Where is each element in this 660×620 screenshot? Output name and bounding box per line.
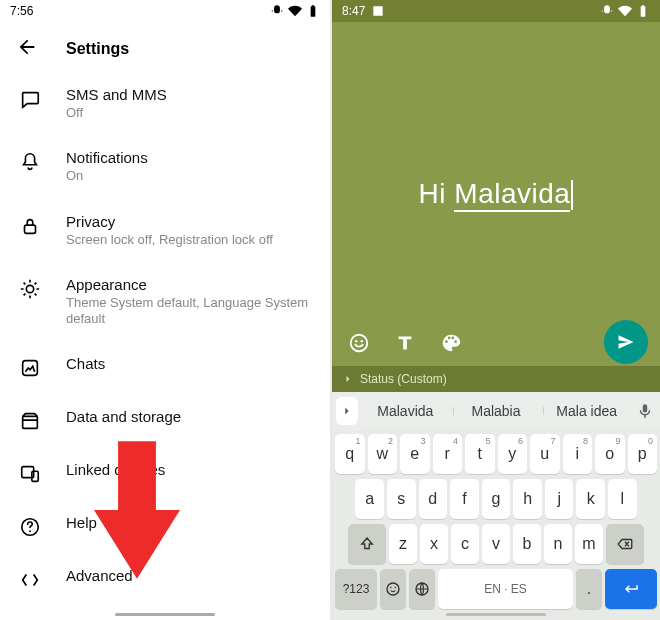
key-e[interactable]: e3: [400, 434, 430, 474]
key-emoji[interactable]: [380, 569, 406, 609]
back-button[interactable]: [16, 36, 38, 62]
key-l[interactable]: l: [608, 479, 637, 519]
expand-suggestions-button[interactable]: [336, 397, 358, 425]
emoji-button[interactable]: [348, 332, 370, 354]
suggestion-1[interactable]: Malavida: [362, 403, 449, 419]
key-r[interactable]: r4: [433, 434, 463, 474]
suggestion-2[interactable]: Malabia: [453, 403, 540, 419]
mic-icon: [636, 402, 654, 420]
keyboard-suggestions: Malavida Malabia Mala idea: [332, 392, 660, 430]
status-icons-right: [600, 4, 650, 18]
key-period[interactable]: .: [576, 569, 602, 609]
key-p[interactable]: p0: [628, 434, 658, 474]
settings-item-sms[interactable]: SMS and MMSOff: [0, 72, 330, 135]
key-a[interactable]: a: [355, 479, 384, 519]
key-z[interactable]: z: [389, 524, 417, 564]
key-n[interactable]: n: [544, 524, 572, 564]
emoji-icon: [384, 580, 402, 598]
key-w[interactable]: w2: [368, 434, 398, 474]
key-d[interactable]: d: [419, 479, 448, 519]
key-u[interactable]: u7: [530, 434, 560, 474]
settings-item-chats[interactable]: Chats: [0, 341, 330, 394]
nav-handle-right[interactable]: [446, 613, 546, 616]
svg-point-9: [355, 340, 357, 342]
key-t[interactable]: t5: [465, 434, 495, 474]
palette-button[interactable]: [440, 332, 462, 354]
settings-item-subtitle: On: [66, 168, 314, 184]
svg-rect-0: [25, 225, 36, 233]
key-y[interactable]: y6: [498, 434, 528, 474]
linked-icon: [18, 462, 42, 486]
key-v[interactable]: v: [482, 524, 510, 564]
battery-icon: [636, 4, 650, 18]
settings-item-help[interactable]: Help: [0, 500, 330, 553]
key-language[interactable]: [409, 569, 435, 609]
key-enter[interactable]: [605, 569, 657, 609]
globe-icon: [413, 580, 431, 598]
phone-left-settings: 7:56 Settings SMS and MMSOffNotification…: [0, 0, 330, 620]
chats-icon: [18, 356, 42, 380]
settings-item-privacy[interactable]: PrivacyScreen lock off, Registration loc…: [0, 199, 330, 262]
chevron-right-icon: [340, 404, 354, 418]
settings-item-title: Advanced: [66, 567, 314, 584]
suggestion-3[interactable]: Mala idea: [543, 403, 630, 419]
vibrate-icon: [600, 4, 614, 18]
key-s[interactable]: s: [387, 479, 416, 519]
key-g[interactable]: g: [482, 479, 511, 519]
settings-header: Settings: [0, 22, 330, 72]
keyboard-row-4: ?123 EN · ES .: [335, 569, 657, 609]
key-f[interactable]: f: [450, 479, 479, 519]
font-button[interactable]: [394, 332, 416, 354]
svg-point-12: [390, 587, 392, 589]
settings-item-data[interactable]: Data and storage: [0, 394, 330, 447]
key-shift[interactable]: [348, 524, 386, 564]
key-q[interactable]: q1: [335, 434, 365, 474]
svg-point-10: [361, 340, 363, 342]
svg-rect-5: [32, 472, 38, 482]
key-j[interactable]: j: [545, 479, 574, 519]
nav-handle-left[interactable]: [115, 613, 215, 616]
settings-item-notifications[interactable]: NotificationsOn: [0, 135, 330, 198]
status-compose-area[interactable]: Hi Malavida: [332, 22, 660, 366]
compose-text[interactable]: Hi Malavida: [419, 178, 574, 211]
settings-item-title: Chats: [66, 355, 314, 372]
advanced-icon: [18, 568, 42, 592]
key-m[interactable]: m: [575, 524, 603, 564]
notifications-icon: [18, 150, 42, 174]
voice-input-button[interactable]: [634, 402, 656, 420]
settings-item-title: Privacy: [66, 213, 314, 230]
settings-item-advanced[interactable]: Advanced: [0, 553, 330, 606]
svg-point-1: [26, 285, 33, 292]
svg-rect-2: [23, 361, 38, 376]
key-x[interactable]: x: [420, 524, 448, 564]
arrow-left-icon: [16, 36, 38, 58]
settings-title: Settings: [66, 40, 129, 58]
keyboard-row-2: asdfghjkl: [335, 479, 657, 519]
key-h[interactable]: h: [513, 479, 542, 519]
key-b[interactable]: b: [513, 524, 541, 564]
settings-item-subtitle: Off: [66, 105, 314, 121]
settings-item-title: Notifications: [66, 149, 314, 166]
keyboard-row-3: zxcvbnm: [335, 524, 657, 564]
status-label: Status (Custom): [360, 372, 447, 386]
key-o[interactable]: o9: [595, 434, 625, 474]
status-bar-right: 8:47: [332, 0, 660, 22]
svg-point-11: [387, 583, 399, 595]
key-space[interactable]: EN · ES: [438, 569, 573, 609]
settings-item-title: Data and storage: [66, 408, 314, 425]
key-c[interactable]: c: [451, 524, 479, 564]
battery-icon: [306, 4, 320, 18]
settings-item-subtitle: Theme System default, Language System de…: [66, 295, 314, 328]
status-custom-bar[interactable]: Status (Custom): [332, 366, 660, 392]
key-i[interactable]: i8: [563, 434, 593, 474]
key-backspace[interactable]: [606, 524, 644, 564]
settings-item-linked[interactable]: Linked devices: [0, 447, 330, 500]
wifi-icon: [618, 4, 632, 18]
text-caret: [571, 180, 573, 210]
key-numbers[interactable]: ?123: [335, 569, 377, 609]
send-button[interactable]: [604, 320, 648, 364]
key-k[interactable]: k: [576, 479, 605, 519]
svg-rect-3: [23, 417, 38, 429]
settings-item-appearance[interactable]: AppearanceTheme System default, Language…: [0, 262, 330, 342]
settings-item-title: Help: [66, 514, 314, 531]
